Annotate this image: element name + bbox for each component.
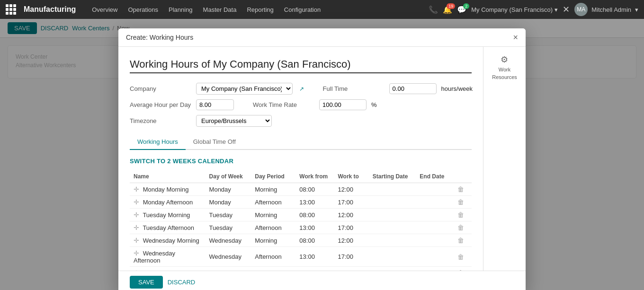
menu-overview[interactable]: Overview <box>87 4 122 15</box>
modal-footer: SAVE DISCARD <box>118 271 526 290</box>
sidebar-resources-label: Resources <box>492 74 517 80</box>
drag-handle-icon[interactable]: ✛ <box>134 198 139 206</box>
grid-icon[interactable] <box>6 4 16 15</box>
navbar-icons: 📞 🔔 19 💬 2 My Company (San Francisco) ▾ … <box>429 3 638 16</box>
row-start-date <box>369 221 416 234</box>
delete-row-button[interactable]: 🗑 <box>457 224 464 231</box>
table-row: ✛ Wednesday Morning Wednesday Morning 08… <box>130 234 472 247</box>
row-to: 12:00 <box>334 234 368 247</box>
row-start-date <box>369 234 416 247</box>
drag-handle-icon[interactable]: ✛ <box>134 237 139 244</box>
modal-title: Create: Working Hours <box>126 34 193 41</box>
modal-discard-button[interactable]: DISCARD <box>168 276 196 289</box>
working-hours-table: Name Day of Week Day Period Work from Wo… <box>130 170 472 271</box>
row-end-date <box>416 267 454 271</box>
working-hours-modal: Create: Working Hours × Company My Compa… <box>118 28 526 290</box>
row-period: Afternoon <box>251 221 295 234</box>
row-to: 17:00 <box>334 221 368 234</box>
working-hours-title-input[interactable] <box>130 56 472 73</box>
company-name: My Company (San Francisco) <box>471 6 553 13</box>
drag-handle-icon[interactable]: ✛ <box>134 249 139 257</box>
phone-icon[interactable]: 📞 <box>429 5 438 14</box>
delete-row-button[interactable]: 🗑 <box>457 253 464 261</box>
full-time-input[interactable] <box>389 83 437 94</box>
drag-handle-icon[interactable]: ✛ <box>134 185 139 193</box>
row-end-date <box>416 221 454 234</box>
menu-planning[interactable]: Planning <box>164 4 197 15</box>
col-starting-date: Starting Date <box>369 170 416 183</box>
notification-icon[interactable]: 🔔 19 <box>443 5 452 14</box>
timezone-label: Timezone <box>130 117 191 124</box>
row-from: 08:00 <box>295 234 334 247</box>
row-to: 12:00 <box>334 267 368 271</box>
gear-icon: ⚙ <box>501 54 508 65</box>
work-time-rate-label: Work Time Rate <box>253 101 314 108</box>
company-field-group: Company My Company (San Francisco) ↗ <box>130 83 304 95</box>
form-row-1: Company My Company (San Francisco) ↗ Ful… <box>130 83 472 95</box>
drag-handle-icon[interactable]: ✛ <box>134 224 139 231</box>
form-row-2: Average Hour per Day Work Time Rate % <box>130 99 472 110</box>
row-period: Morning <box>251 267 295 271</box>
modal-sidebar: ⚙ Work Resources <box>483 47 526 271</box>
timezone-select[interactable]: Europe/Brussels <box>196 115 272 127</box>
switch-calendar-link[interactable]: SWITCH TO 2 WEEKS CALENDAR <box>130 158 233 165</box>
table-body: ✛ Monday Morning Monday Morning 08:00 12… <box>130 183 472 271</box>
row-to: 12:00 <box>334 209 368 221</box>
modal-body: Company My Company (San Francisco) ↗ Ful… <box>118 47 526 271</box>
col-end-date: End Date <box>416 170 454 183</box>
messages-icon[interactable]: 💬 2 <box>457 5 466 14</box>
delete-row-button[interactable]: 🗑 <box>457 198 464 206</box>
drag-handle-icon[interactable]: ✛ <box>134 211 139 219</box>
app-name: Manufacturing <box>24 5 76 14</box>
delete-row-button[interactable]: 🗑 <box>457 237 464 244</box>
col-work-from: Work from <box>295 170 334 183</box>
external-link-icon[interactable]: ↗ <box>299 86 304 92</box>
row-period: Morning <box>251 209 295 221</box>
row-day: Thursday <box>206 267 251 271</box>
work-time-rate-field-group: Work Time Rate % <box>253 99 377 110</box>
row-to: 17:00 <box>334 247 368 267</box>
row-from: 13:00 <box>295 247 334 267</box>
menu-operations[interactable]: Operations <box>123 4 163 15</box>
navbar: Manufacturing Overview Operations Planni… <box>0 0 644 19</box>
modal-save-button[interactable]: SAVE <box>130 276 163 289</box>
row-start-date <box>369 267 416 271</box>
user-menu[interactable]: MA Mitchell Admin ▾ <box>574 3 638 16</box>
row-end-date <box>416 234 454 247</box>
delete-row-button[interactable]: 🗑 <box>457 185 464 193</box>
menu-configuration[interactable]: Configuration <box>279 4 325 15</box>
avatar-initials: MA <box>577 6 585 13</box>
menu-master-data[interactable]: Master Data <box>198 4 242 15</box>
notification-badge: 19 <box>447 3 455 9</box>
row-name: Wednesday Morning <box>143 237 199 244</box>
row-period: Morning <box>251 183 295 196</box>
table-header-row: Name Day of Week Day Period Work from Wo… <box>130 170 472 183</box>
chevron-down-icon: ▾ <box>555 6 558 13</box>
avg-hour-input[interactable] <box>196 99 234 110</box>
close-company-button[interactable]: ✕ <box>563 4 570 15</box>
full-time-field-group: Full Time hours/week <box>323 83 472 95</box>
table-row: ✛ Wednesday Afternoon Wednesday Afternoo… <box>130 247 472 267</box>
menu-reporting[interactable]: Reporting <box>242 4 278 15</box>
company-selector[interactable]: My Company (San Francisco) ▾ <box>471 6 558 13</box>
row-start-date <box>369 209 416 221</box>
tabs: Working Hours Global Time Off <box>130 134 472 150</box>
table-row: ✛ Thursday Morning Thursday Morning 08:0… <box>130 267 472 271</box>
company-select[interactable]: My Company (San Francisco) <box>196 83 293 95</box>
delete-row-button[interactable]: 🗑 <box>457 211 464 219</box>
full-time-label: Full Time <box>323 85 385 92</box>
avg-hour-label: Average Hour per Day <box>130 101 191 108</box>
tab-global-time-off[interactable]: Global Time Off <box>186 134 243 150</box>
work-time-rate-input[interactable] <box>319 99 367 110</box>
sidebar-work-resources[interactable]: ⚙ Work Resources <box>492 54 517 80</box>
tab-working-hours[interactable]: Working Hours <box>130 134 186 150</box>
modal-close-button[interactable]: × <box>513 33 518 42</box>
table-row: ✛ Tuesday Morning Tuesday Morning 08:00 … <box>130 209 472 221</box>
row-end-date <box>416 209 454 221</box>
row-end-date <box>416 196 454 209</box>
row-to: 17:00 <box>334 196 368 209</box>
row-period: Afternoon <box>251 196 295 209</box>
modal-main-content: Company My Company (San Francisco) ↗ Ful… <box>118 47 483 271</box>
row-start-date <box>369 196 416 209</box>
avg-hour-field-group: Average Hour per Day <box>130 99 234 110</box>
